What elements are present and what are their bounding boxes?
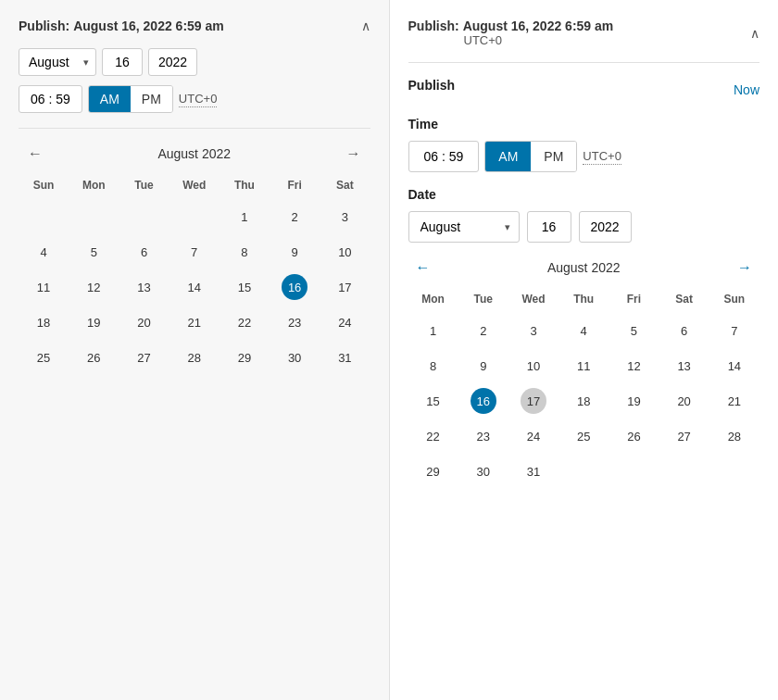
right-day-26[interactable]: 26: [621, 423, 646, 449]
right-day-28[interactable]: 28: [722, 423, 747, 449]
right-am-button[interactable]: AM: [485, 142, 531, 171]
table-row[interactable]: 14: [709, 348, 759, 383]
table-row[interactable]: 29: [220, 340, 270, 375]
right-day-17[interactable]: 17: [521, 388, 546, 414]
table-row[interactable]: 17: [508, 383, 558, 419]
table-row[interactable]: 14: [169, 269, 220, 305]
table-row[interactable]: 10: [320, 234, 370, 269]
left-pm-button[interactable]: PM: [131, 86, 172, 112]
table-row[interactable]: 1: [408, 313, 458, 348]
right-day-7[interactable]: 7: [722, 318, 747, 344]
table-row[interactable]: 4: [558, 313, 609, 348]
table-row[interactable]: 18: [558, 383, 609, 419]
right-day-8[interactable]: 8: [420, 353, 446, 379]
left-day-21[interactable]: 21: [182, 309, 207, 335]
table-row[interactable]: 19: [69, 305, 119, 340]
table-row[interactable]: 5: [609, 313, 659, 348]
table-row[interactable]: 4: [19, 234, 69, 269]
table-row[interactable]: 18: [19, 305, 69, 340]
right-day-31[interactable]: 31: [521, 458, 546, 484]
right-day-2[interactable]: 2: [471, 318, 496, 344]
right-day-9[interactable]: 9: [471, 353, 496, 379]
left-day-11[interactable]: 11: [31, 274, 56, 300]
right-day-4[interactable]: 4: [571, 318, 596, 344]
table-row[interactable]: 20: [659, 383, 709, 419]
right-day-11[interactable]: 11: [571, 353, 596, 379]
right-chevron-up-icon[interactable]: ∧: [750, 26, 759, 41]
left-day-24[interactable]: 24: [332, 309, 358, 335]
left-day-17[interactable]: 17: [332, 274, 358, 300]
left-day-15[interactable]: 15: [232, 274, 257, 300]
left-day-field[interactable]: 16: [102, 48, 143, 76]
table-row[interactable]: 5: [69, 234, 119, 269]
left-day-6[interactable]: 6: [132, 239, 157, 265]
right-day-24[interactable]: 24: [521, 423, 546, 449]
right-day-30[interactable]: 30: [471, 458, 496, 484]
left-day-13[interactable]: 13: [132, 274, 157, 300]
right-time-display[interactable]: 06 : 59: [408, 141, 480, 172]
table-row[interactable]: 28: [709, 419, 759, 454]
right-next-month-button[interactable]: →: [734, 257, 756, 278]
left-day-2[interactable]: 2: [282, 204, 307, 230]
left-day-18[interactable]: 18: [31, 309, 56, 335]
table-row[interactable]: 16: [458, 383, 508, 419]
table-row[interactable]: 1: [220, 199, 270, 234]
left-day-12[interactable]: 12: [81, 274, 107, 300]
left-day-29[interactable]: 29: [232, 344, 257, 370]
right-day-1[interactable]: 1: [420, 318, 446, 344]
table-row[interactable]: 2: [458, 313, 508, 348]
right-year-field[interactable]: 2022: [579, 211, 632, 243]
left-day-31[interactable]: 31: [332, 344, 358, 370]
table-row[interactable]: 24: [508, 419, 558, 454]
left-day-28[interactable]: 28: [182, 344, 207, 370]
table-row[interactable]: 8: [220, 234, 270, 269]
right-day-21[interactable]: 21: [722, 388, 747, 414]
right-day-13[interactable]: 13: [671, 353, 697, 379]
table-row[interactable]: 23: [458, 419, 508, 454]
left-next-month-button[interactable]: →: [340, 144, 366, 164]
table-row[interactable]: 17: [320, 269, 370, 305]
right-day-10[interactable]: 10: [521, 353, 546, 379]
right-day-15[interactable]: 15: [420, 388, 446, 414]
table-row[interactable]: 12: [609, 348, 659, 383]
table-row[interactable]: 25: [558, 419, 609, 454]
table-row[interactable]: 27: [119, 340, 169, 375]
table-row[interactable]: 26: [69, 340, 119, 375]
left-year-field[interactable]: 2022: [148, 48, 197, 76]
table-row[interactable]: 25: [19, 340, 69, 375]
right-day-6[interactable]: 6: [671, 318, 697, 344]
left-day-20[interactable]: 20: [132, 309, 157, 335]
table-row[interactable]: 20: [119, 305, 169, 340]
table-row[interactable]: 16: [270, 269, 320, 305]
table-row[interactable]: 11: [19, 269, 69, 305]
left-am-button[interactable]: AM: [89, 86, 131, 112]
left-day-30[interactable]: 30: [282, 344, 307, 370]
left-prev-month-button[interactable]: ←: [22, 144, 48, 164]
right-prev-month-button[interactable]: ←: [412, 257, 434, 278]
left-day-5[interactable]: 5: [81, 239, 107, 265]
table-row[interactable]: 30: [270, 340, 320, 375]
left-utc-label[interactable]: UTC+0: [179, 92, 218, 107]
table-row[interactable]: 15: [220, 269, 270, 305]
left-day-7[interactable]: 7: [182, 239, 207, 265]
right-day-18[interactable]: 18: [571, 388, 596, 414]
right-day-5[interactable]: 5: [621, 318, 646, 344]
table-row[interactable]: 15: [408, 383, 458, 419]
left-day-23[interactable]: 23: [282, 309, 307, 335]
left-day-16[interactable]: 16: [282, 274, 307, 300]
left-month-select[interactable]: August: [19, 48, 96, 76]
table-row[interactable]: 7: [709, 313, 759, 348]
right-day-19[interactable]: 19: [621, 388, 646, 414]
table-row[interactable]: 10: [508, 348, 558, 383]
right-day-20[interactable]: 20: [671, 388, 697, 414]
right-day-23[interactable]: 23: [471, 423, 496, 449]
left-day-3[interactable]: 3: [332, 204, 358, 230]
left-day-14[interactable]: 14: [182, 274, 207, 300]
right-utc-label[interactable]: UTC+0: [583, 149, 621, 165]
table-row[interactable]: 26: [609, 419, 659, 454]
left-day-1[interactable]: 1: [232, 204, 257, 230]
table-row[interactable]: 28: [169, 340, 220, 375]
table-row[interactable]: 13: [119, 269, 169, 305]
table-row[interactable]: 23: [270, 305, 320, 340]
table-row[interactable]: 6: [119, 234, 169, 269]
